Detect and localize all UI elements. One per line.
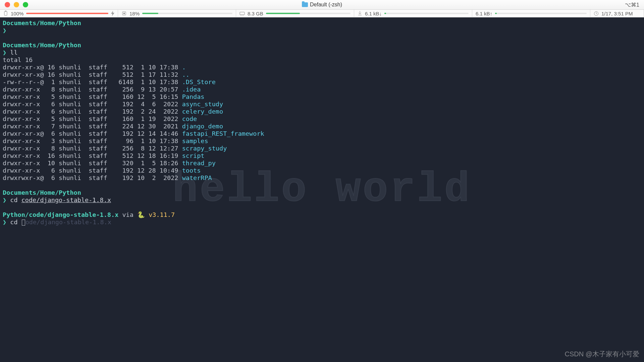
zoom-icon[interactable] xyxy=(23,2,28,7)
battery-bar xyxy=(26,13,108,14)
mem-fill xyxy=(266,13,300,14)
csdn-watermark: CSDN @木子家有小可爱 xyxy=(565,350,639,359)
window-titlebar: Default (-zsh) ⌥⌘1 xyxy=(0,0,644,10)
stat-netup: 6.1 kB↑ xyxy=(472,10,590,17)
minimize-icon[interactable] xyxy=(14,2,19,7)
mem-bar xyxy=(266,13,351,14)
terminal-content: Documents/Home/Python❯ Documents/Home/Py… xyxy=(3,19,641,226)
netup-bar xyxy=(495,13,587,14)
netup-fill xyxy=(495,13,497,14)
battery-fill xyxy=(26,13,108,14)
netdown-fill xyxy=(384,13,386,14)
terminal[interactable]: hello world Documents/Home/Python❯ Docum… xyxy=(0,17,644,362)
window-title-wrap: Default (-zsh) xyxy=(0,2,644,8)
netdown-val: 6.1 kB↓ xyxy=(365,11,382,16)
stat-battery: 100% xyxy=(0,10,118,17)
window-title: Default (-zsh) xyxy=(310,2,342,8)
stat-cpu: 18% xyxy=(118,10,236,17)
window-shortcut: ⌥⌘1 xyxy=(625,2,639,8)
stat-netdown: 6.1 kB↓ xyxy=(354,10,472,17)
download-icon xyxy=(358,11,362,16)
mem-val: 8.3 GB xyxy=(248,11,263,16)
svg-rect-4 xyxy=(240,12,245,15)
battery-icon xyxy=(3,11,8,16)
memory-icon xyxy=(239,11,245,16)
netup-val: 6.1 kB↑ xyxy=(476,11,492,16)
traffic-lights xyxy=(0,2,28,7)
svg-rect-1 xyxy=(5,11,6,11)
stat-clock: 1/17, 3:51 PM xyxy=(590,10,644,17)
cpu-fill xyxy=(142,13,158,14)
bolt-icon xyxy=(111,11,114,16)
cpu-icon xyxy=(121,11,127,16)
cpu-bar xyxy=(142,13,232,14)
clock-text: 1/17, 3:51 PM xyxy=(601,11,633,16)
close-icon[interactable] xyxy=(5,2,10,7)
folder-icon xyxy=(302,2,308,7)
stat-mem: 8.3 GB xyxy=(236,10,354,17)
cpu-pct: 18% xyxy=(129,11,140,16)
battery-pct: 100% xyxy=(11,11,23,16)
status-bar: 100% 18% 8.3 GB 6.1 kB↓ 6.1 kB↑ 1/17, 3:… xyxy=(0,10,644,17)
netdown-bar xyxy=(384,13,469,14)
svg-rect-3 xyxy=(123,13,125,14)
clock-icon xyxy=(594,11,599,16)
svg-rect-0 xyxy=(4,11,7,15)
